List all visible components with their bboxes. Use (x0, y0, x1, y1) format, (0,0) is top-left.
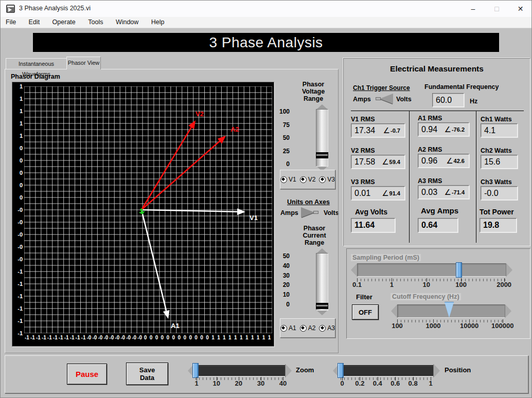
avg-amps-value: 0.64 (421, 221, 437, 230)
zoom-slider-track[interactable] (194, 365, 286, 376)
v2-rms-display: 17.58 ∠59.4 (351, 155, 405, 169)
bottom-bar: Pause Save Data 110203040 Zoom 00.20.40.… (5, 355, 528, 393)
v3-rms-display: 0.01 ∠91.4 (351, 186, 405, 200)
tab-phasor-view[interactable]: Phasor View (66, 57, 101, 69)
v2-rms-angle: ∠59.4 (382, 157, 400, 167)
sampling-slider-track[interactable] (357, 263, 506, 277)
angle-icon: ∠ (383, 126, 390, 135)
ch1-watts-display: 4.1 (481, 123, 518, 137)
angle-icon: ∠ (382, 189, 388, 198)
avg-volts-display: 11.64 (351, 218, 395, 232)
avg-amps-label: Avg Amps (421, 206, 458, 215)
slider-scale-label: 10000 (460, 322, 478, 330)
slider-scale-label: 2000 (496, 281, 511, 288)
fundamental-frequency-label: Fundamental Frequency (424, 83, 499, 91)
slider-left-arrow[interactable] (351, 263, 357, 277)
v2-rms-label: V2 RMS (351, 147, 375, 154)
slider-scale-label: 100000 (491, 322, 513, 330)
divider (476, 111, 476, 243)
angle-value: 91.4 (389, 190, 400, 196)
switch-tail (376, 97, 381, 100)
tot-power-display: 19.8 (480, 218, 517, 232)
a1-rms-angle: ∠-76.2 (444, 125, 465, 134)
v2-rms-value: 17.58 (354, 157, 375, 167)
trigger-volts-label: Volts (396, 96, 412, 103)
a2-rms-label: A2 RMS (418, 146, 442, 153)
menu-window[interactable]: Window (111, 17, 144, 26)
angle-value: -0.7 (391, 128, 400, 134)
slider-right-arrow[interactable] (505, 304, 511, 318)
ch2-watts-value: 15.6 (484, 157, 500, 167)
position-slider-track[interactable] (339, 365, 434, 376)
minor-ticks (357, 279, 506, 281)
a3-rms-value: 0.03 (421, 188, 437, 197)
angle-value: -71.4 (452, 189, 465, 195)
pause-button[interactable]: Pause (67, 364, 107, 385)
avg-volts-value: 11.64 (354, 221, 375, 230)
slider-right-arrow[interactable] (434, 364, 440, 377)
position-slider-thumb[interactable] (338, 363, 344, 378)
menu-file[interactable]: File (1, 17, 21, 26)
frequency-display: 60.0 (432, 93, 464, 107)
a3-rms-label: A3 RMS (418, 177, 442, 185)
menu-tools[interactable]: Tools (83, 17, 108, 26)
slider-scale-label: 1 (194, 379, 198, 387)
ch3-watts-label: Ch3 Watts (481, 178, 512, 186)
cutoff-slider-thumb[interactable] (445, 302, 454, 318)
ch3-watts-display: -0.0 (481, 186, 518, 200)
tab-instantaneous-waveforms[interactable]: Instantaneous Waveforms (6, 58, 67, 69)
angle-icon: ∠ (382, 157, 388, 167)
electrical-measurements-panel: Electrical Measurements Ch1 Trigger Sour… (343, 58, 530, 246)
slider-scale-label: 20 (235, 379, 242, 387)
angle-icon: ∠ (444, 188, 451, 197)
slider-right-arrow[interactable] (286, 364, 292, 377)
a1-rms-display: 0.94 ∠-76.2 (418, 122, 469, 136)
save-data-button[interactable]: Save Data (126, 363, 168, 385)
tot-power-value: 19.8 (483, 221, 499, 230)
zoom-slider-thumb[interactable] (192, 363, 199, 378)
switch-arrow-icon (380, 94, 393, 104)
slider-scale-label: 100 (392, 322, 403, 330)
labview-vi-icon (6, 5, 15, 13)
minimize-button[interactable]: – (462, 1, 485, 17)
title-bar: 3 Phase Analysis 2025.vi – □ ✕ (1, 1, 532, 17)
sampling-period-label: Sampling Period (mS) (351, 254, 421, 261)
slider-left-arrow[interactable] (391, 304, 397, 318)
divider (351, 111, 524, 111)
sampling-panel: Sampling Period (mS) 0.11101002000 Filte… (346, 248, 530, 339)
sampling-slider-thumb[interactable] (456, 262, 462, 278)
zoom-label: Zoom (296, 366, 314, 374)
angle-icon: ∠ (446, 156, 453, 166)
slider-scale-label: 100 (455, 281, 467, 288)
measurements-title: Electrical Measurements (344, 64, 530, 74)
maximize-button[interactable]: □ (485, 1, 508, 17)
trigger-source-label: Ch1 Trigger Source (353, 84, 410, 92)
a2-rms-value: 0.96 (421, 156, 437, 166)
avg-amps-display: 0.64 (418, 218, 458, 232)
slider-scale-label: 40 (279, 379, 287, 387)
slider-right-arrow[interactable] (506, 263, 512, 277)
minor-ticks (341, 377, 432, 380)
banner: 3 Phase Analysis (33, 33, 499, 52)
ch1-watts-label: Ch1 Watts (481, 116, 512, 123)
position-label: Position (445, 366, 471, 374)
v3-rms-angle: ∠91.4 (382, 189, 400, 198)
a3-rms-display: 0.03 ∠-71.4 (418, 185, 469, 199)
tot-power-label: Tot Power (480, 208, 514, 216)
divider (409, 111, 410, 243)
slider-scale-label: 30 (257, 379, 264, 387)
menu-operate[interactable]: Operate (47, 17, 81, 26)
close-button[interactable]: ✕ (509, 1, 532, 17)
menu-help[interactable]: Help (146, 17, 170, 26)
a1-rms-value: 0.94 (421, 125, 437, 134)
filter-off-button[interactable]: OFF (352, 304, 379, 320)
slider-scale-label: 0 (340, 379, 344, 387)
save-data-line1: Save (139, 366, 155, 374)
trigger-toggle-switch[interactable] (380, 94, 393, 104)
ch1-watts-value: 4.1 (484, 126, 495, 135)
angle-value: 59.4 (389, 159, 400, 165)
menu-edit[interactable]: Edit (24, 17, 45, 26)
slider-scale-label: 0.4 (373, 379, 382, 387)
slider-scale-label: 10 (213, 379, 220, 387)
ch2-watts-label: Ch2 Watts (481, 147, 512, 154)
